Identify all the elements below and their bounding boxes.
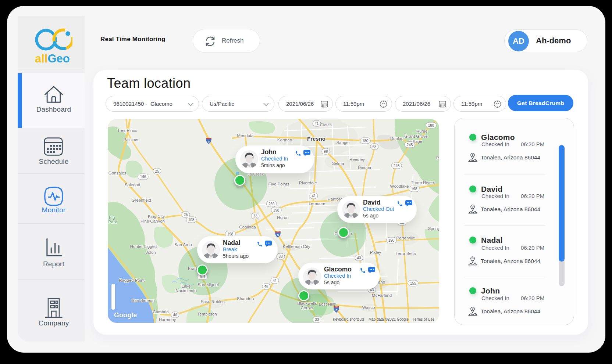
svg-text:5: 5 bbox=[208, 140, 210, 143]
svg-text:allGeo: allGeo bbox=[35, 52, 70, 64]
svg-text:5: 5 bbox=[277, 234, 279, 237]
svg-text:5: 5 bbox=[335, 309, 337, 312]
